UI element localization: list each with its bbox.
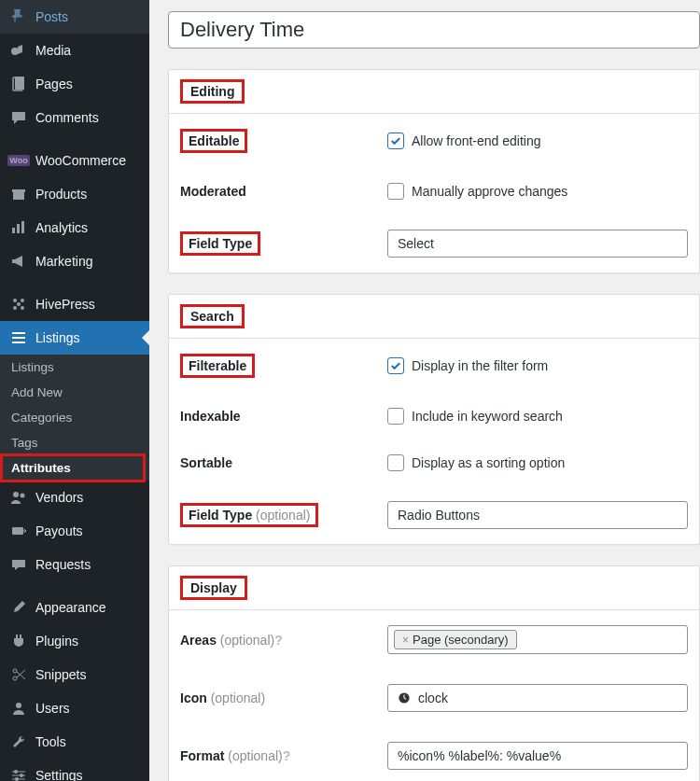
sidebar-item-label: Requests (35, 557, 91, 572)
sidebar-item-label: Appearance (35, 600, 106, 615)
format-opt: (optional) (228, 748, 282, 763)
hive-icon (9, 295, 28, 314)
svg-rect-3 (12, 189, 25, 192)
sidebar-item-products[interactable]: Products (0, 177, 149, 211)
sidebar-item-label: Payouts (35, 523, 83, 538)
sidebar-item-media[interactable]: Media (0, 34, 149, 67)
svg-rect-15 (12, 342, 25, 343)
brush-icon (9, 598, 28, 617)
page-icon (9, 75, 28, 93)
person-icon (9, 699, 28, 718)
sidebar-submenu: Listings Add New Categories Tags Attribu… (0, 355, 149, 481)
sidebar-item-label: Media (35, 43, 71, 58)
sidebar-item-marketing[interactable]: Marketing (0, 244, 149, 278)
svg-rect-14 (12, 337, 25, 339)
svg-point-20 (13, 676, 17, 680)
sidebar-item-label: Settings (35, 768, 83, 781)
areas-tag[interactable]: ×Page (secondary) (394, 630, 517, 649)
svg-rect-18 (12, 527, 23, 535)
payout-icon (9, 522, 28, 540)
search-heading: Search (180, 304, 245, 328)
search-fieldtype-select[interactable]: Radio Buttons (387, 501, 688, 529)
sidebar-item-users[interactable]: Users (0, 691, 149, 725)
svg-rect-5 (12, 228, 15, 233)
sidebar-item-listings[interactable]: Listings (0, 321, 149, 355)
attribute-title-input[interactable] (168, 11, 700, 49)
postbox-header: Display (169, 566, 699, 610)
postbox-editing: Editing Editable Allow front-end editing… (168, 69, 700, 273)
sidebar-item-comments[interactable]: Comments (0, 101, 149, 134)
field-format: Format (optional)? %icon% %label%: %valu… (169, 727, 699, 781)
sidebar-item-plugins[interactable]: Plugins (0, 624, 149, 658)
sliders-icon (9, 766, 28, 781)
format-label: Format (180, 748, 224, 763)
submenu-listings[interactable]: Listings (0, 355, 149, 380)
submenu-tags[interactable]: Tags (0, 430, 149, 455)
sidebar-item-label: Snippets (35, 667, 86, 682)
sidebar-item-vendors[interactable]: Vendors (0, 481, 149, 514)
postbox-search: Search Filterable Display in the filter … (168, 294, 700, 545)
admin-sidebar: Posts Media Pages Comments Woo WooCommer… (0, 0, 149, 781)
icon-select[interactable]: clock (387, 684, 688, 712)
field-search-fieldtype: Field Type (optional) Radio Buttons (169, 486, 699, 544)
field-editable: Editable Allow front-end editing (169, 114, 699, 168)
sidebar-item-label: Analytics (35, 220, 88, 235)
editable-desc: Allow front-end editing (412, 133, 541, 148)
indexable-checkbox[interactable] (387, 408, 404, 425)
svg-point-17 (21, 494, 25, 498)
sidebar-item-label: Tools (35, 734, 66, 749)
field-sortable: Sortable Display as a sorting option (169, 439, 699, 486)
sortable-checkbox[interactable] (387, 454, 404, 471)
sortable-desc: Display as a sorting option (412, 455, 565, 470)
areas-label: Areas (180, 633, 217, 648)
sidebar-item-analytics[interactable]: Analytics (0, 211, 149, 244)
svg-point-21 (16, 703, 21, 708)
svg-rect-4 (13, 192, 24, 200)
sidebar-item-appearance[interactable]: Appearance (0, 591, 149, 624)
svg-point-19 (13, 669, 17, 673)
chart-icon (9, 218, 28, 237)
woo-icon: Woo (9, 151, 28, 170)
svg-point-23 (20, 774, 23, 777)
sidebar-item-woocommerce[interactable]: Woo WooCommerce (0, 144, 149, 177)
moderated-desc: Manually approve changes (412, 184, 567, 199)
sidebar-item-label: Plugins (35, 634, 78, 649)
megaphone-icon (9, 252, 28, 271)
editing-fieldtype-select[interactable]: Select (387, 230, 688, 258)
sidebar-item-hivepress[interactable]: HivePress (0, 287, 149, 321)
filterable-desc: Display in the filter form (412, 358, 548, 373)
sidebar-item-label: Products (35, 187, 87, 202)
sidebar-item-posts[interactable]: Posts (0, 0, 149, 34)
submenu-categories[interactable]: Categories (0, 405, 149, 430)
scissors-icon (9, 665, 28, 684)
submenu-attributes[interactable]: Attributes (0, 455, 149, 481)
sidebar-item-label: Comments (35, 110, 99, 125)
sidebar-item-requests[interactable]: Requests (0, 548, 149, 581)
editable-checkbox[interactable] (387, 132, 404, 149)
help-icon[interactable]: ? (283, 748, 291, 763)
plug-icon (9, 632, 28, 650)
sidebar-item-settings[interactable]: Settings (0, 759, 149, 781)
remove-tag-icon[interactable]: × (402, 634, 409, 647)
submenu-add-new[interactable]: Add New (0, 380, 149, 405)
pin-icon (9, 7, 28, 26)
filterable-label: Filterable (180, 354, 255, 378)
sidebar-item-tools[interactable]: Tools (0, 725, 149, 759)
sidebar-item-label: Listings (35, 330, 79, 345)
postbox-header: Search (169, 295, 699, 339)
moderated-checkbox[interactable] (387, 183, 404, 200)
clock-icon (398, 691, 411, 704)
sidebar-item-snippets[interactable]: Snippets (0, 658, 149, 691)
help-icon[interactable]: ? (274, 633, 283, 648)
sidebar-item-label: WooCommerce (35, 153, 126, 168)
filterable-checkbox[interactable] (387, 357, 404, 374)
svg-point-16 (13, 492, 19, 497)
indexable-label: Indexable (180, 409, 241, 424)
sidebar-item-label: Posts (35, 9, 68, 24)
svg-point-8 (13, 299, 17, 302)
format-input[interactable]: %icon% %label%: %value% (387, 742, 688, 770)
sidebar-item-payouts[interactable]: Payouts (0, 514, 149, 548)
sidebar-item-pages[interactable]: Pages (0, 67, 149, 101)
areas-select[interactable]: ×Page (secondary) (387, 625, 688, 654)
sidebar-item-label: Pages (35, 77, 73, 91)
